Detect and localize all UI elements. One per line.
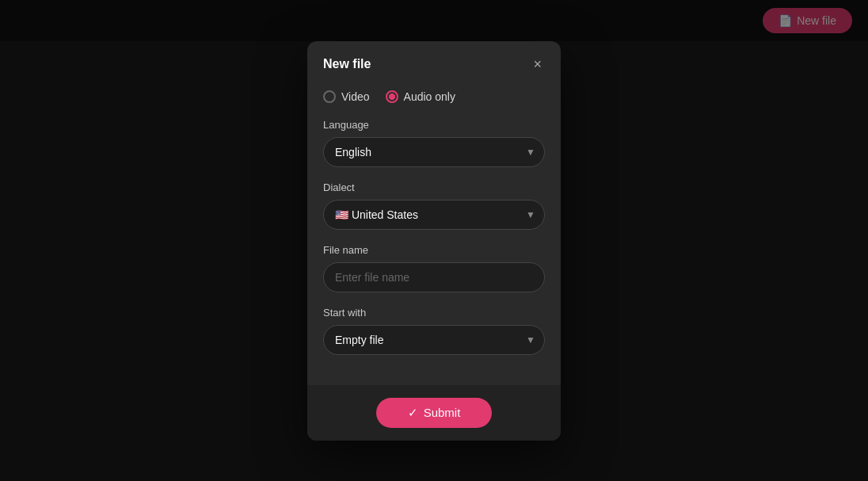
dialect-label: Dialect — [323, 181, 545, 193]
language-select-wrapper: English Spanish French German Chinese ▼ — [323, 137, 545, 167]
start-with-select-wrapper: Empty file Template ▼ — [323, 325, 545, 355]
start-with-select[interactable]: Empty file Template — [323, 325, 545, 355]
dialect-field: Dialect 🇺🇸 United States 🇬🇧 United Kingd… — [323, 181, 545, 230]
check-icon: ✓ — [408, 406, 418, 420]
submit-button-label: Submit — [424, 406, 461, 419]
radio-video[interactable] — [323, 90, 336, 103]
submit-button[interactable]: ✓ Submit — [376, 398, 493, 428]
modal-overlay: New file × Video Audio only Language — [0, 0, 868, 481]
new-file-modal: New file × Video Audio only Language — [307, 41, 561, 441]
language-label: Language — [323, 119, 545, 131]
filename-field: File name — [323, 244, 545, 292]
start-with-field: Start with Empty file Template ▼ — [323, 307, 545, 355]
radio-group: Video Audio only — [323, 90, 545, 103]
close-button[interactable]: × — [530, 55, 545, 73]
filename-label: File name — [323, 244, 545, 256]
modal-header: New file × — [307, 41, 561, 84]
modal-footer: ✓ Submit — [307, 385, 561, 441]
dialect-select[interactable]: 🇺🇸 United States 🇬🇧 United Kingdom 🇦🇺 Au… — [323, 200, 545, 230]
start-with-label: Start with — [323, 307, 545, 319]
radio-audio-label: Audio only — [404, 90, 455, 103]
radio-option-video[interactable]: Video — [323, 90, 370, 103]
radio-audio[interactable] — [386, 90, 398, 103]
language-select[interactable]: English Spanish French German Chinese — [323, 137, 545, 167]
modal-title: New file — [323, 57, 371, 71]
dialect-select-wrapper: 🇺🇸 United States 🇬🇧 United Kingdom 🇦🇺 Au… — [323, 200, 545, 230]
language-field: Language English Spanish French German C… — [323, 119, 545, 167]
radio-video-label: Video — [341, 90, 370, 103]
modal-body: Video Audio only Language English Spanis… — [307, 84, 561, 385]
filename-input[interactable] — [323, 262, 545, 292]
radio-option-audio[interactable]: Audio only — [386, 90, 455, 103]
